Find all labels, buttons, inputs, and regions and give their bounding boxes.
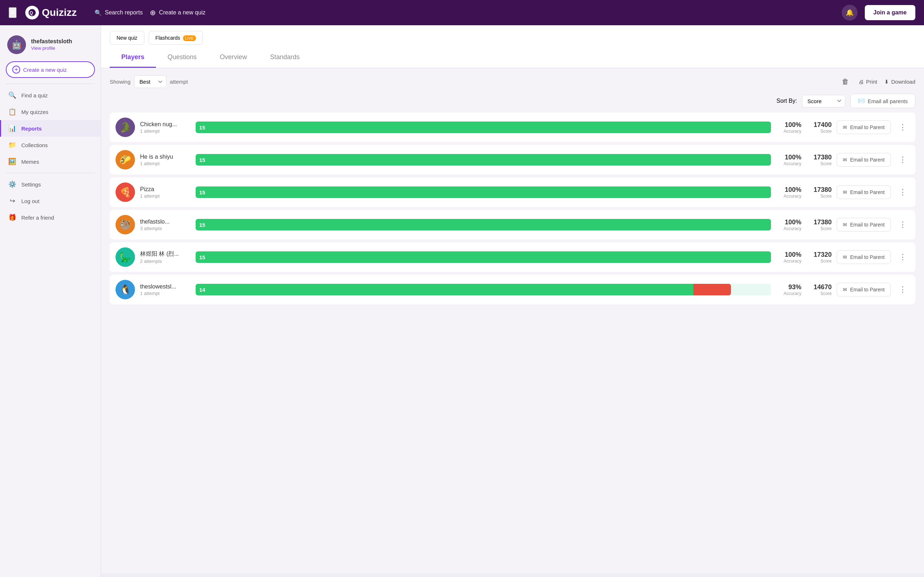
email-parent-button[interactable]: ✉ Email to Parent	[837, 250, 891, 264]
attempt-label: attempt	[170, 79, 188, 85]
sort-label: Sort By:	[776, 98, 797, 104]
player-avatar: 🦥	[115, 215, 135, 234]
progress-bar-background: 15	[195, 219, 771, 230]
email-parent-button[interactable]: ✉ Email to Parent	[837, 218, 891, 232]
plus-icon: +	[12, 66, 20, 74]
logo-text: Quizizz	[42, 7, 76, 18]
accuracy-label: Accuracy	[776, 193, 801, 199]
email-parent-button[interactable]: ✉ Email to Parent	[837, 153, 891, 167]
sidebar-item-find-quiz[interactable]: 🔍 Find a quiz	[0, 87, 101, 103]
sidebar-item-memes[interactable]: 🖼️ Memes	[0, 153, 101, 170]
player-name: theslowestsl...	[140, 284, 191, 290]
more-options-button[interactable]: ⋮	[896, 186, 909, 198]
player-avatar: 🐊	[115, 118, 135, 137]
progress-bar-fill: 14	[195, 284, 731, 295]
delete-button[interactable]: 🗑	[840, 76, 851, 88]
view-profile-link[interactable]: View profile	[31, 45, 55, 51]
score-value: 17380	[806, 154, 832, 161]
player-attempts: 1 attempt	[140, 128, 191, 134]
sidebar-item-logout[interactable]: ↪ Log out	[0, 193, 101, 209]
username: thefastestsloth	[31, 38, 72, 45]
search-button[interactable]: 🔍 Search reports	[95, 10, 142, 16]
sort-row: Sort By: Score Name Accuracy ✉️ Email al…	[110, 94, 915, 108]
more-options-button[interactable]: ⋮	[896, 121, 909, 134]
sidebar-item-my-quizzes[interactable]: 📋 My quizzes	[0, 103, 101, 120]
more-options-button[interactable]: ⋮	[896, 154, 909, 166]
envelope-icon: ✉️	[858, 98, 865, 104]
more-options-button[interactable]: ⋮	[896, 251, 909, 263]
tab-overview[interactable]: Overview	[208, 48, 258, 68]
sidebar-item-refer[interactable]: 🎁 Refer a friend	[0, 209, 101, 226]
chart-icon: 📊	[8, 124, 16, 132]
email-parent-button[interactable]: ✉ Email to Parent	[837, 185, 891, 199]
email-all-parents-button[interactable]: ✉️ Email all parents	[850, 94, 915, 108]
score-stat: 14670 Score	[806, 284, 832, 296]
email-all-label: Email all parents	[868, 98, 908, 104]
score-value: 17380	[806, 186, 832, 193]
sidebar-divider-bottom	[6, 173, 95, 173]
list-icon: 📋	[8, 108, 16, 116]
player-info: Chicken nug... 1 attempt	[140, 121, 191, 134]
accuracy-stat: 100% Accuracy	[776, 219, 801, 231]
tabs-row: Players Questions Overview Standards	[110, 48, 915, 68]
player-info: thefastslo... 3 attempts	[140, 219, 191, 231]
table-row: 🐊 Chicken nug... 1 attempt 15 100% Accur…	[110, 113, 915, 142]
download-label: Download	[891, 79, 915, 85]
accuracy-value: 100%	[776, 121, 801, 129]
table-row: 🌮 He is a shiyu 1 attempt 15 100% Accura…	[110, 145, 915, 174]
sort-select[interactable]: Score Name Accuracy	[802, 95, 845, 108]
notifications-button[interactable]: 🔔	[842, 5, 858, 21]
accuracy-value: 93%	[776, 284, 801, 291]
sidebar-create-quiz-button[interactable]: + Create a new quiz	[6, 61, 95, 78]
progress-number: 15	[199, 222, 205, 228]
accuracy-value: 100%	[776, 251, 801, 259]
close-button[interactable]: ✕	[9, 7, 16, 18]
table-row: 🦕 林煜阳 林 (烈... 2 attempts 15 100% Accurac…	[110, 242, 915, 272]
showing-row: Showing Best All Latest attempt	[110, 76, 188, 88]
sidebar-item-settings[interactable]: ⚙️ Settings	[0, 176, 101, 193]
accuracy-stat: 100% Accuracy	[776, 121, 801, 134]
progress-bar-fill: 15	[195, 187, 771, 198]
progress-area: 15	[195, 187, 771, 198]
player-info: theslowestsl... 1 attempt	[140, 284, 191, 296]
showing-label: Showing	[110, 79, 131, 85]
player-attempts: 1 attempt	[140, 291, 191, 296]
new-quiz-button[interactable]: New quiz	[110, 31, 144, 45]
email-parent-button[interactable]: ✉ Email to Parent	[837, 283, 891, 297]
progress-number: 14	[199, 287, 205, 293]
tab-standards[interactable]: Standards	[258, 48, 311, 68]
progress-bar-background: 15	[195, 121, 771, 133]
accuracy-label: Accuracy	[776, 161, 801, 166]
download-button[interactable]: ⬇ Download	[884, 79, 915, 85]
sidebar-create-label: Create a new quiz	[23, 67, 67, 73]
score-label: Score	[806, 259, 832, 264]
sidebar-item-collections[interactable]: 📁 Collections	[0, 137, 101, 153]
create-quiz-nav-button[interactable]: ⊕ Create a new quiz	[150, 8, 205, 17]
more-options-button[interactable]: ⋮	[896, 219, 909, 231]
top-buttons-row: New quiz Flashcards LIVE	[110, 25, 915, 48]
player-attempts: 2 attempts	[140, 259, 191, 264]
print-button[interactable]: 🖨 Print	[858, 79, 877, 85]
actions-row: 🗑 🖨 Print ⬇ Download	[840, 76, 915, 88]
svg-text:Q: Q	[30, 10, 33, 16]
progress-bar-fill: 15	[195, 121, 771, 133]
folder-icon: 📁	[8, 141, 16, 149]
player-name: 林煜阳 林 (烈...	[140, 250, 191, 258]
progress-area: 15	[195, 154, 771, 166]
progress-bar-background: 14	[195, 284, 771, 295]
score-value: 17320	[806, 251, 832, 259]
flashcards-button[interactable]: Flashcards LIVE	[149, 31, 203, 45]
showing-select[interactable]: Best All Latest	[134, 76, 166, 88]
tab-players[interactable]: Players	[110, 48, 156, 68]
table-row: 🍕 Pizza 1 attempt 15 100% Accuracy 17380…	[110, 177, 915, 207]
table-row: 🦥 thefastslo... 3 attempts 15 100% Accur…	[110, 210, 915, 239]
gear-icon: ⚙️	[8, 180, 16, 188]
score-stat: 17380 Score	[806, 186, 832, 199]
sidebar-item-reports[interactable]: 📊 Reports	[0, 120, 101, 137]
players-section: Showing Best All Latest attempt 🗑 🖨 Prin…	[101, 68, 924, 573]
email-parent-button[interactable]: ✉ Email to Parent	[837, 121, 891, 134]
gift-icon: 🎁	[8, 213, 16, 221]
join-game-button[interactable]: Join a game	[865, 5, 915, 20]
tab-questions[interactable]: Questions	[156, 48, 208, 68]
more-options-button[interactable]: ⋮	[896, 284, 909, 296]
